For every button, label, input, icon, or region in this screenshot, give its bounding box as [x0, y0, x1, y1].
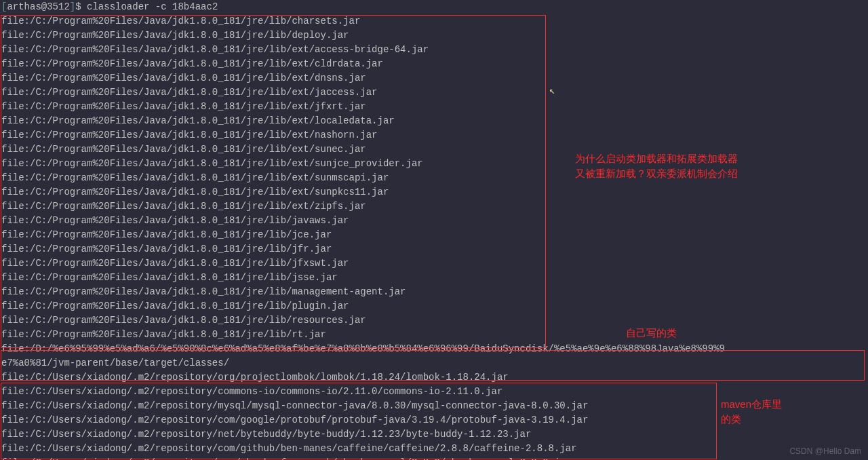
- annotation-line: 为什么启动类加载器和拓展类加载器: [575, 151, 792, 166]
- output-line: file:/C:/Program%20Files/Java/jdk1.8.0_1…: [1, 328, 725, 342]
- output-line: file:/C:/Users/xiadong/.m2/repository/co…: [1, 413, 725, 427]
- output-line: file:/C:/Users/xiadong/.m2/repository/co…: [1, 442, 725, 456]
- output-line: file:/C:/Program%20Files/Java/jdk1.8.0_1…: [1, 313, 725, 328]
- output-line: file:/C:/Program%20Files/Java/jdk1.8.0_1…: [1, 28, 725, 43]
- output-line: file:/C:/Program%20Files/Java/jdk1.8.0_1…: [1, 185, 725, 199]
- output-line: file:/C:/Program%20Files/Java/jdk1.8.0_1…: [1, 100, 725, 114]
- terminal-output[interactable]: [arthas@3512]$ classloader -c 18b4aac2 f…: [0, 0, 726, 460]
- output-line: file:/C:/Users/xiadong/.m2/repository/co…: [1, 385, 725, 399]
- output-line: file:/C:/Program%20Files/Java/jdk1.8.0_1…: [1, 242, 725, 256]
- output-line: file:/C:/Program%20Files/Java/jdk1.8.0_1…: [1, 14, 725, 28]
- output-line: file:/C:/Program%20Files/Java/jdk1.8.0_1…: [1, 228, 725, 242]
- annotation-line: 的类: [721, 412, 782, 427]
- annotation-text-bootstrap: 为什么启动类加载器和拓展类加载器 又被重新加载？双亲委派机制会介绍: [575, 151, 792, 181]
- output-line: file:/C:/Program%20Files/Java/jdk1.8.0_1…: [1, 199, 725, 214]
- output-line: file:/C:/Users/xiadong/.m2/repository/or…: [1, 370, 725, 385]
- prompt-bracket-close: ]: [70, 1, 75, 12]
- output-line: file:/C:/Users/xiadong/.m2/repository/ne…: [1, 427, 725, 442]
- output-line: e7%a0%81/jvm-parent/base/target/classes/: [1, 356, 725, 370]
- output-line: file:/C:/Program%20Files/Java/jdk1.8.0_1…: [1, 85, 725, 100]
- output-line: file:/C:/Program%20Files/Java/jdk1.8.0_1…: [1, 114, 725, 128]
- command-text: classloader -c 18b4aac2: [87, 1, 218, 12]
- annotation-text-maven: maven仓库里 的类: [721, 397, 782, 427]
- output-line: file:/C:/Program%20Files/Java/jdk1.8.0_1…: [1, 214, 725, 228]
- annotation-line: 又被重新加载？双亲委派机制会介绍: [575, 166, 792, 181]
- output-line: file:/C:/Program%20Files/Java/jdk1.8.0_1…: [1, 285, 725, 299]
- output-line: file:/C:/Program%20Files/Java/jdk1.8.0_1…: [1, 57, 725, 71]
- output-line: file:/C:/Program%20Files/Java/jdk1.8.0_1…: [1, 43, 725, 57]
- output-line: file:/C:/Program%20Files/Java/jdk1.8.0_1…: [1, 299, 725, 313]
- output-line: file:/C:/Users/xiadong/.m2/repository/or…: [1, 456, 725, 460]
- annotation-line: 自己写的类: [626, 327, 677, 339]
- prompt-userhost: arthas@3512: [7, 1, 69, 12]
- output-line: file:/C:/Program%20Files/Java/jdk1.8.0_1…: [1, 128, 725, 142]
- output-line: file:/D:/%e6%95%99%e5%ad%a6/%e5%90%8c%e6…: [1, 342, 725, 356]
- output-line: file:/C:/Program%20Files/Java/jdk1.8.0_1…: [1, 71, 725, 85]
- output-line: file:/C:/Program%20Files/Java/jdk1.8.0_1…: [1, 256, 725, 271]
- output-line: file:/C:/Users/xiadong/.m2/repository/my…: [1, 399, 725, 413]
- prompt-sym: $: [75, 1, 81, 12]
- watermark-text: CSDN @Hello Dam: [789, 446, 861, 456]
- output-line: file:/C:/Program%20Files/Java/jdk1.8.0_1…: [1, 271, 725, 285]
- annotation-text-userclass: 自己写的类: [626, 326, 677, 341]
- annotation-line: maven仓库里: [721, 397, 782, 412]
- prompt-line: [arthas@3512]$ classloader -c 18b4aac2: [1, 0, 725, 14]
